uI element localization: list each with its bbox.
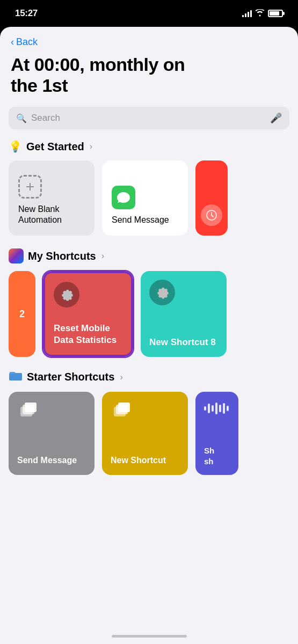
wifi-icon xyxy=(255,9,265,18)
reset-mobile-data-label: Reset MobileData Statistics xyxy=(54,323,122,346)
status-time: 15:27 xyxy=(15,8,38,19)
home-indicator xyxy=(112,635,187,638)
blank-automation-label: New BlankAutomation xyxy=(18,204,62,226)
back-chevron-icon: ‹ xyxy=(11,36,14,48)
starter-shortcuts-section-header: Starter Shortcuts › xyxy=(0,370,298,392)
send-message-card[interactable]: Send Message xyxy=(102,160,188,236)
battery-icon xyxy=(268,10,283,17)
starter-new-shortcut-icon xyxy=(111,400,179,420)
reset-mobile-data-card[interactable]: Reset MobileData Statistics xyxy=(43,271,133,357)
status-bar: 15:27 xyxy=(0,0,298,27)
partial-red-card[interactable] xyxy=(195,160,228,236)
shortcut-8-icon xyxy=(149,280,175,305)
new-blank-automation-card[interactable]: New BlankAutomation xyxy=(9,160,95,236)
my-shortcuts-icon xyxy=(9,248,24,264)
message-icon xyxy=(112,186,135,209)
starter-send-message-icon xyxy=(17,400,86,420)
my-shortcuts-title: My Shortcuts xyxy=(28,250,96,262)
new-shortcut-8-label: New Shortcut 8 xyxy=(149,336,218,348)
folder-icon xyxy=(9,370,23,384)
get-started-cards: New BlankAutomation Send Message xyxy=(0,160,298,248)
search-icon: 🔍 xyxy=(16,113,27,123)
partial-card-icon xyxy=(201,204,222,226)
starter-send-message-label: Send Message xyxy=(17,455,86,466)
partial-orange-card[interactable]: 2 xyxy=(9,271,35,357)
get-started-chevron-icon: › xyxy=(90,142,92,151)
microphone-icon[interactable]: 🎤 xyxy=(270,112,282,124)
blank-automation-icon xyxy=(18,175,42,199)
starter-blue-label: Shsh xyxy=(204,445,230,466)
back-button[interactable]: ‹ Back xyxy=(0,27,298,52)
settings-icon xyxy=(54,282,79,308)
get-started-section-header: 💡 Get Started › xyxy=(0,140,298,160)
starter-send-message-card[interactable]: Send Message xyxy=(9,392,95,475)
search-input[interactable]: Search xyxy=(31,113,266,123)
starter-shortcuts-title: Starter Shortcuts xyxy=(27,371,114,383)
partial-orange-label: 2 xyxy=(19,309,25,320)
svg-rect-9 xyxy=(118,402,130,412)
status-icons xyxy=(242,9,283,18)
new-shortcut-8-card[interactable]: New Shortcut 8 xyxy=(141,271,227,357)
my-shortcuts-section-header: My Shortcuts › xyxy=(0,248,298,271)
starter-new-shortcut-card[interactable]: New Shortcut xyxy=(102,392,188,475)
starter-shortcuts-chevron-icon: › xyxy=(120,372,122,382)
starter-shortcuts-cards: Send Message New Shortcut xyxy=(0,392,298,488)
my-shortcuts-cards: 2 Reset MobileData Statistics New Shortc… xyxy=(0,271,298,370)
my-shortcuts-chevron-icon: › xyxy=(101,251,104,261)
send-message-label: Send Message xyxy=(112,215,169,226)
svg-rect-6 xyxy=(25,402,37,412)
waveform-icon xyxy=(204,400,230,416)
search-bar[interactable]: 🔍 Search 🎤 xyxy=(9,107,289,129)
svg-rect-3 xyxy=(9,373,22,380)
lightbulb-icon: 💡 xyxy=(9,140,22,153)
signal-icon xyxy=(242,10,252,17)
get-started-title: Get Started xyxy=(26,141,84,153)
main-content: ‹ Back At 00:00, monthly on the 1st 🔍 Se… xyxy=(0,27,298,644)
starter-blue-partial-card[interactable]: Shsh xyxy=(195,392,238,475)
page-title: At 00:00, monthly on the 1st xyxy=(0,52,298,107)
back-label: Back xyxy=(16,36,38,48)
starter-new-shortcut-label: New Shortcut xyxy=(111,455,179,466)
